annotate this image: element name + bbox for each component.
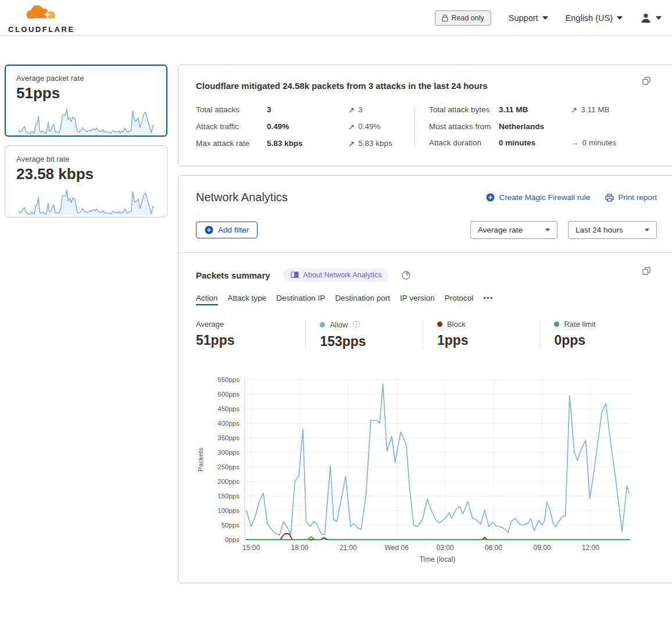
copy-icon[interactable] — [642, 77, 650, 87]
summary-row-most-attacks-from: Most attacks from Netherlands — [429, 122, 657, 131]
time-range-select[interactable]: Last 24 hours — [568, 221, 657, 239]
packets-time-series-chart: 0pps50pps100pps150pps200pps250pps300pps3… — [196, 376, 657, 565]
lock-icon — [442, 14, 448, 22]
svg-text:350pps: 350pps — [217, 434, 240, 441]
stat-value: 0.49% — [267, 122, 347, 131]
stat-value: 3 — [267, 105, 347, 114]
stat-value: 0 minutes — [499, 138, 570, 147]
copy-icon[interactable] — [642, 267, 650, 277]
stat-label: Rate limit — [564, 320, 595, 329]
attack-summary-card: Cloudflare mitigated 24.58k packets from… — [178, 65, 672, 166]
tab-destination-ip[interactable]: Destination IP — [276, 294, 325, 305]
print-report-link[interactable]: Print report — [605, 193, 657, 202]
stat-label: Average — [196, 320, 224, 329]
svg-text:50pps: 50pps — [221, 522, 240, 529]
stat-label: Allow — [330, 320, 348, 329]
chevron-down-icon — [656, 16, 662, 20]
page-title: Network Analytics — [196, 191, 288, 204]
metric-value: 51pps — [16, 84, 156, 102]
stat-allow: Allow ⓘ 153pps — [305, 320, 423, 349]
support-label: Support — [509, 13, 538, 23]
metric-card-column: Average packet rate 51pps Average bit ra… — [5, 65, 167, 583]
trend-value: 3 — [358, 105, 363, 115]
svg-text:500pps: 500pps — [217, 391, 240, 398]
trend-up-icon: ↗ — [348, 139, 355, 148]
stat-rate-limit: Rate limit 0pps — [539, 320, 657, 349]
summary-row-max-attack-rate: Max attack rate 5.83 kbps ↗5.83 kbps — [196, 139, 414, 148]
stat-value: 3.11 MB — [499, 105, 570, 114]
tab-protocol[interactable]: Protocol — [445, 294, 474, 305]
block-series-dot-icon — [437, 322, 442, 327]
svg-text:09:00: 09:00 — [533, 544, 551, 552]
tabs-more-button[interactable]: ••• — [483, 294, 493, 305]
language-menu[interactable]: English (US) — [566, 13, 623, 23]
summary-title: Cloudflare mitigated 24.58k packets from… — [196, 81, 657, 91]
svg-text:200pps: 200pps — [217, 478, 240, 485]
stat-label: Attack traffic — [196, 122, 266, 131]
info-icon[interactable]: ⓘ — [352, 320, 360, 330]
metric-select[interactable]: Average rate — [470, 221, 557, 239]
link-label: Print report — [618, 193, 657, 202]
link-label: Create Magic Firewall rule — [499, 193, 590, 202]
svg-text:03:00: 03:00 — [437, 544, 454, 552]
summary-row-attack-duration: Attack duration 0 minutes →0 minutes — [429, 138, 657, 147]
stat-value: 1pps — [437, 333, 540, 348]
stat-trend: ↗3 — [348, 105, 414, 115]
svg-text:Wed 06: Wed 06 — [385, 544, 409, 552]
create-magic-firewall-rule-link[interactable]: Create Magic Firewall rule — [486, 193, 590, 202]
about-network-analytics-pill[interactable]: About Network Analytics — [283, 268, 389, 282]
metric-label: Average bit rate — [16, 155, 156, 163]
tab-ip-version[interactable]: IP version — [400, 294, 435, 305]
chevron-down-icon — [542, 16, 548, 20]
svg-text:550pps: 550pps — [217, 376, 240, 383]
stat-value: Netherlands — [499, 122, 570, 131]
history-clock-icon[interactable] — [402, 271, 410, 280]
packet-rate-sparkline — [16, 104, 156, 137]
account-menu[interactable] — [640, 12, 662, 24]
stat-value: 51pps — [196, 333, 305, 348]
section-title: Packets summary — [196, 270, 270, 280]
analytics-header-section: Network Analytics Create Magic Firewall … — [178, 176, 672, 252]
trend-up-icon: ↗ — [571, 105, 577, 115]
add-filter-button[interactable]: Add filter — [196, 222, 258, 238]
trend-up-icon: ↗ — [348, 105, 355, 115]
stat-label: Most attacks from — [429, 122, 498, 131]
stat-average: Average 51pps — [196, 320, 305, 349]
packets-stats-row: Average 51pps Allow ⓘ 153pps — [196, 320, 657, 349]
trend-value: 3.11 MB — [581, 105, 609, 115]
brand-wordmark: CLOUDFLARE — [8, 26, 75, 33]
button-label: Add filter — [218, 226, 249, 234]
support-menu[interactable]: Support — [509, 13, 548, 23]
tab-attack-type[interactable]: Attack type — [228, 294, 267, 305]
selected-option: Last 24 hours — [576, 226, 623, 234]
svg-text:400pps: 400pps — [217, 420, 240, 427]
summary-column-1: Total attacks 3 ↗3 Attack traffic 0.49% … — [196, 105, 414, 148]
stat-trend: →0 minutes — [571, 138, 657, 147]
summary-row-total-attack-bytes: Total attack bytes 3.11 MB ↗3.11 MB — [429, 105, 657, 115]
metric-card-bit-rate[interactable]: Average bit rate 23.58 kbps — [5, 145, 167, 217]
trend-flat-icon: → — [571, 138, 579, 147]
packets-tabs: Action Attack type Destination IP Destin… — [196, 294, 657, 305]
book-icon — [291, 272, 299, 279]
read-only-label: Read only — [452, 14, 484, 22]
svg-text:15:00: 15:00 — [242, 544, 260, 552]
svg-text:450pps: 450pps — [217, 405, 240, 412]
chevron-down-icon — [617, 16, 623, 20]
svg-text:0pps: 0pps — [225, 536, 240, 543]
bit-rate-sparkline — [16, 184, 156, 218]
stat-trend: ↗0.49% — [348, 122, 414, 131]
chevron-down-icon — [545, 229, 550, 231]
cloudflare-cloud-icon — [23, 3, 59, 25]
stat-trend: ↗3.11 MB — [571, 105, 657, 115]
line-chart-canvas: 0pps50pps100pps150pps200pps250pps300pps3… — [196, 376, 644, 563]
tab-action[interactable]: Action — [196, 294, 218, 305]
metric-label: Average packet rate — [16, 74, 156, 83]
network-analytics-card: Network Analytics Create Magic Firewall … — [178, 175, 672, 583]
stat-block: Block 1pps — [423, 320, 540, 349]
tab-destination-port[interactable]: Destination port — [335, 294, 390, 305]
trend-value: 0.49% — [358, 122, 380, 131]
language-label: English (US) — [566, 13, 613, 23]
cloudflare-logo[interactable]: CLOUDFLARE — [8, 3, 75, 33]
svg-text:Packets: Packets — [197, 448, 204, 472]
metric-card-packet-rate[interactable]: Average packet rate 51pps — [5, 65, 167, 137]
